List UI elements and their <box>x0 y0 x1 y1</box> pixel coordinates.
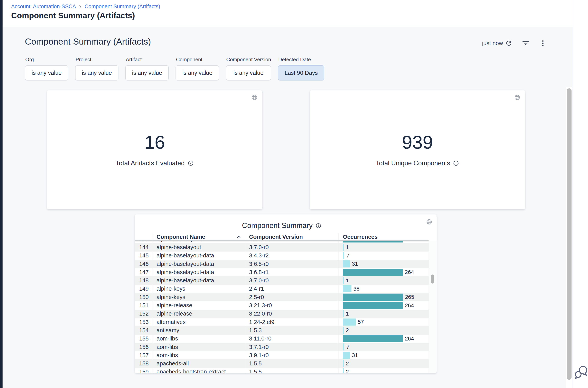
table-row[interactable]: 157aom-libs3.9.1-r031 <box>135 351 429 359</box>
filter-value-button-component-version[interactable]: is any value <box>226 65 271 80</box>
table-row[interactable]: 148alpine-baselayout-data3.7.0-r01 <box>135 276 429 285</box>
globe-icon[interactable] <box>514 94 520 100</box>
occurrences-cell: 31 <box>339 260 429 268</box>
table-row[interactable]: 151alpine-release3.21.3-r0264 <box>135 301 429 310</box>
occurrence-value: 264 <box>405 336 414 342</box>
occurrence-value: 1 <box>346 244 349 250</box>
stat-value: 939 <box>402 133 433 152</box>
occurrence-bar[interactable] <box>343 327 344 334</box>
component-version-cell: 3.7.1-r0 <box>246 343 339 351</box>
component-version-cell: 3.6.5-r0 <box>246 260 339 268</box>
breadcrumb-current-link[interactable]: Component Summary (Artifacts) <box>85 3 160 10</box>
globe-icon[interactable] <box>251 94 258 100</box>
row-index-column-header <box>135 233 152 240</box>
last-refreshed-label: just now <box>482 40 503 47</box>
table-scrollbar-thumb[interactable] <box>431 274 434 284</box>
column-header-component-name[interactable]: Component Name <box>152 233 246 240</box>
occurrence-bar[interactable] <box>343 252 344 259</box>
occurrence-bar[interactable] <box>343 318 356 326</box>
occurrence-value: 7 <box>346 252 349 259</box>
row-index-cell: 143 <box>135 241 152 242</box>
row-index-cell: 157 <box>135 352 152 359</box>
occurrence-bar[interactable] <box>343 241 403 242</box>
collapsed-sidenav-edge[interactable] <box>0 0 2 388</box>
occurrence-bar[interactable] <box>343 360 344 367</box>
component-version-cell: 1.5.5 <box>246 368 339 373</box>
occurrences-cell: 1 <box>339 310 429 318</box>
component-version-cell: 3.11.0-r0 <box>246 335 339 343</box>
occurrences-cell: 1 <box>339 243 429 251</box>
component-version-cell: 3.6.8-r1 <box>246 241 339 243</box>
page-scrollbar-thumb[interactable] <box>567 88 571 380</box>
filter-value-button-project[interactable]: is any value <box>75 65 118 80</box>
occurrence-bar[interactable] <box>343 285 351 292</box>
row-index-cell: 151 <box>135 302 152 309</box>
sort-ascending-icon <box>236 234 241 240</box>
occurrence-bar[interactable] <box>343 293 403 301</box>
table-row[interactable]: 158apacheds-all1.5.52 <box>135 359 429 367</box>
table-row[interactable]: 147alpine-baselayout-data3.6.8-r1264 <box>135 268 429 276</box>
table-row[interactable]: 150alpine-keys2.5-r0265 <box>135 293 429 301</box>
occurrence-bar[interactable] <box>343 302 403 309</box>
filter-group-artifact: Artifactis any value <box>125 57 169 80</box>
component-version-cell: 1.5.3 <box>246 326 339 334</box>
filter-group-project: Projectis any value <box>75 57 118 80</box>
occurrence-bar[interactable] <box>343 269 403 276</box>
table-row[interactable]: 146alpine-baselayout-data3.6.5-r031 <box>135 260 429 268</box>
breadcrumb-account-link[interactable]: Account: Automation-SSCA <box>11 3 76 10</box>
dashboard-filters-toggle-button[interactable] <box>521 39 530 48</box>
info-icon[interactable] <box>453 160 459 166</box>
occurrence-value: 2 <box>346 369 349 373</box>
component-name-cell: alpine-baselayout <box>152 243 246 251</box>
filter-value-button-detected-date[interactable]: Last 90 Days <box>278 65 324 80</box>
table-row[interactable]: 156aom-libs3.7.1-r07 <box>135 343 429 351</box>
table-row[interactable]: 154antisamy1.5.32 <box>135 326 429 334</box>
filter-lines-icon <box>522 39 530 47</box>
column-header-component-version[interactable]: Component Version <box>246 233 339 240</box>
occurrence-bar[interactable] <box>343 260 350 267</box>
table-row[interactable]: 143alpine-baselayout3.6.8-r1264 <box>135 241 429 243</box>
component-name-cell: alpine-keys <box>152 285 246 293</box>
occurrence-bar[interactable] <box>343 352 350 359</box>
table-title: Component Summary <box>242 221 313 230</box>
page-title: Component Summary (Artifacts) <box>11 11 135 20</box>
table-row[interactable]: 153alternatives1.24-2.el957 <box>135 318 429 326</box>
occurrences-cell: 7 <box>339 343 429 351</box>
row-index-cell: 156 <box>135 344 152 350</box>
occurrence-bar[interactable] <box>343 335 403 342</box>
filter-label: Project <box>76 57 118 63</box>
column-label: Component Version <box>249 234 303 240</box>
table-row[interactable]: 145alpine-baselayout-data3.4.3-r27 <box>135 252 429 260</box>
filter-value-button-component[interactable]: is any value <box>175 65 219 80</box>
occurrence-bar[interactable] <box>343 277 344 284</box>
occurrence-bar[interactable] <box>343 343 344 350</box>
row-index-cell: 153 <box>135 319 152 325</box>
occurrence-bar[interactable] <box>343 310 344 317</box>
help-chat-button[interactable] <box>574 365 588 380</box>
table-row[interactable]: 144alpine-baselayout3.7.0-r01 <box>135 243 429 251</box>
table-row[interactable]: 149alpine-keys2.4-r138 <box>135 285 429 293</box>
table-row[interactable]: 159apacheds-bootstrap-extract1.5.52 <box>135 368 429 373</box>
component-version-cell: 3.22.0-r0 <box>246 310 339 318</box>
filter-value-button-org[interactable]: is any value <box>25 65 68 80</box>
info-icon[interactable] <box>188 160 194 166</box>
dashboard-actions-menu-button[interactable] <box>538 39 548 48</box>
refresh-button[interactable] <box>504 39 513 48</box>
table-header-divider <box>135 240 429 241</box>
component-name-cell: alpine-release <box>152 301 246 310</box>
component-name-cell: alpine-release <box>152 310 246 318</box>
occurrences-cell: 264 <box>339 268 429 276</box>
filter-value-button-artifact[interactable]: is any value <box>125 65 169 80</box>
column-header-occurrences[interactable]: Occurrences <box>339 233 429 240</box>
occurrence-bar[interactable] <box>343 244 344 251</box>
occurrence-value: 7 <box>346 344 349 350</box>
component-version-cell: 3.6.8-r1 <box>246 268 339 276</box>
component-version-cell: 3.4.3-r2 <box>246 252 339 260</box>
table-row[interactable]: 152alpine-release3.22.0-r01 <box>135 310 429 318</box>
component-version-cell: 2.5-r0 <box>246 293 339 301</box>
info-icon[interactable] <box>315 223 322 229</box>
table-row[interactable]: 155aom-libs3.11.0-r0264 <box>135 335 429 343</box>
row-index-cell: 154 <box>135 327 152 334</box>
row-index-cell: 146 <box>135 261 152 267</box>
occurrence-bar[interactable] <box>343 368 344 373</box>
